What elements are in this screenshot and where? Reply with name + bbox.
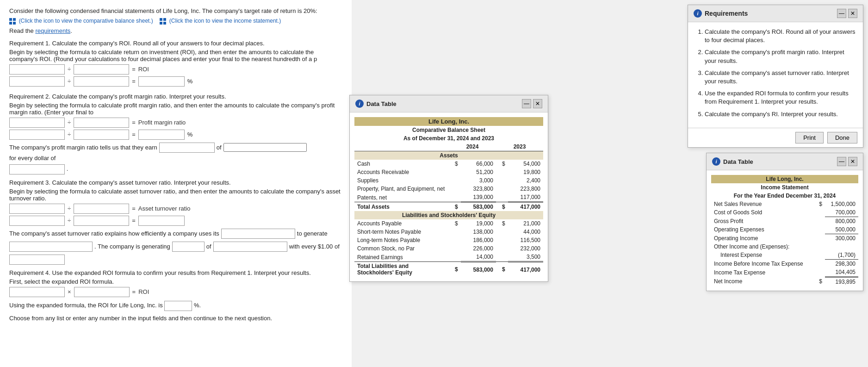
income-panel-controls: — ✕	[837, 157, 857, 166]
req3-sentence-input2[interactable]	[9, 242, 93, 252]
svg-rect-4	[160, 18, 162, 21]
req2-result[interactable]	[138, 130, 185, 140]
req2-result-label: Profit margin ratio	[138, 119, 186, 126]
req2-sentence-input3[interactable]	[9, 164, 65, 174]
table-row: Other Income and (Expenses):	[711, 243, 858, 251]
req2-sentence-input2[interactable]	[223, 143, 307, 152]
print-button[interactable]: Print	[795, 132, 824, 143]
bs-info-icon: i	[355, 100, 364, 108]
balance-sheet-link[interactable]: (Click the icon to view the comparative …	[19, 18, 153, 24]
req4-instruction: First, select the expanded ROI formula.	[9, 278, 342, 285]
svg-rect-6	[160, 22, 162, 25]
done-button[interactable]: Done	[827, 132, 857, 143]
req3-sentence1: The company's asset turnover ratio expla…	[9, 229, 342, 239]
req1-text: Calculate the company's ROI. Round all o…	[52, 40, 265, 47]
req3-input3[interactable]	[9, 216, 65, 226]
req2-formula-row2: ÷ = %	[9, 130, 342, 140]
bs-year1: 2024	[449, 143, 496, 151]
req3-text: Calculate the company's asset turnover r…	[52, 179, 231, 186]
req4-result-label: ROI	[138, 288, 149, 295]
table-row: Property, Plant, and Equipment, net 323,…	[354, 185, 543, 193]
requirement-item-3: Calculate the company's asset turnover r…	[705, 69, 856, 86]
req1-result[interactable]	[138, 76, 185, 87]
req4-header: Requirement 4. Use the expanded ROI form…	[9, 269, 342, 276]
income-close-button[interactable]: ✕	[848, 157, 857, 166]
req3-input1[interactable]	[9, 204, 65, 214]
minimize-button[interactable]: —	[837, 9, 846, 18]
req3-input2[interactable]	[74, 204, 129, 214]
table-row: Accounts Payable $19,000 $21,000	[354, 219, 543, 228]
req2-sentence-input1[interactable]	[159, 143, 215, 153]
req1-input1[interactable]	[9, 64, 65, 75]
bs-minimize-button[interactable]: —	[522, 99, 531, 108]
req1-header: Requirement 1. Calculate the company's R…	[9, 40, 342, 47]
req1-input2[interactable]	[74, 64, 129, 75]
req2-input1[interactable]	[9, 118, 65, 128]
table-row: Patents, net 139,000 117,000	[354, 193, 543, 202]
intro-sentence: Consider the following condensed financi…	[9, 7, 317, 14]
income-info-icon: i	[712, 157, 720, 166]
req-panel-body: Calculate the company's ROI. Round all o…	[688, 22, 863, 128]
svg-rect-7	[163, 22, 166, 25]
bs-total-assets-row: Total Assets $583,000 $417,000	[354, 202, 543, 211]
req3-formula-row2: ÷ =	[9, 216, 342, 226]
svg-rect-0	[9, 18, 12, 21]
req2-input3[interactable]	[9, 130, 65, 140]
table-row: Cash $66,000 $54,000	[354, 160, 543, 168]
svg-rect-5	[163, 18, 166, 21]
req1-input4[interactable]	[74, 76, 129, 87]
req3-sentence-input4[interactable]	[213, 242, 287, 252]
requirements-panel: i Requirements — ✕ Calculate the company…	[688, 5, 863, 148]
req2-text: Calculate the company's profit margin ra…	[52, 93, 226, 100]
req1-formula-row2: ÷ = %	[9, 76, 342, 87]
req4-formula-row: × = ROI	[9, 287, 342, 297]
bs-total-row: Total Liabilities and Stockholders' Equi…	[354, 262, 543, 277]
table-row: Accounts Receivable 51,200 19,800	[354, 168, 543, 176]
req1-result-label: ROI	[138, 66, 149, 73]
main-content: Consider the following condensed financi…	[0, 0, 352, 367]
table-row: Supplies 3,000 2,400	[354, 176, 543, 185]
req2-header: Requirement 2. Calculate the company's p…	[9, 93, 342, 100]
bs-liabilities-header: Liabilities and Stockholders' Equity	[354, 211, 543, 219]
income-stmt-link[interactable]: (Click the icon to view the income state…	[169, 18, 281, 24]
req4-input1[interactable]	[9, 287, 65, 297]
req2-sentence: The company's profit margin ratio tells …	[9, 143, 342, 162]
req4-input2[interactable]	[74, 287, 130, 297]
income-stmt-icon[interactable]	[160, 18, 166, 25]
requirements-link[interactable]: requirements	[35, 27, 70, 34]
income-statement-panel: i Data Table — ✕ Life Long, Inc. Income …	[706, 153, 863, 291]
income-panel-title: i Data Table	[712, 157, 753, 166]
req1-input3[interactable]	[9, 76, 65, 87]
bs-close-button[interactable]: ✕	[533, 99, 542, 108]
requirement-item-4: Use the expanded ROI formula to confirm …	[705, 89, 856, 106]
read-line: Read the requirements.	[9, 27, 342, 34]
req3-input4[interactable]	[74, 216, 129, 226]
info-icon: i	[694, 9, 702, 18]
balance-sheet-icon[interactable]	[9, 18, 16, 25]
req2-input4[interactable]	[74, 130, 129, 140]
balance-sheet-panel: i Data Table — ✕ Life Long, Inc. Compara…	[349, 95, 548, 282]
req3-sentence-input5[interactable]	[9, 255, 65, 265]
req3-formula-row1: ÷ = Asset turnover ratio	[9, 204, 342, 214]
req3-result-label: Asset turnover ratio	[138, 205, 191, 212]
income-minimize-button[interactable]: —	[837, 157, 846, 166]
table-row: Common Stock, no Par 226,000 232,000	[354, 244, 543, 253]
table-row: Operating Expenses 500,000	[711, 225, 858, 234]
bs-statement: Comparative Balance Sheet	[354, 126, 543, 134]
req2-input2[interactable]	[74, 118, 129, 128]
req4-result-input[interactable]	[164, 301, 192, 311]
req3-result[interactable]	[138, 216, 185, 226]
req3-sentence-input1[interactable]	[221, 229, 295, 239]
table-row: Retained Earnings 14,000 3,500	[354, 253, 543, 262]
table-row: Gross Profit 800,000	[711, 217, 858, 226]
req-panel-footer: Print Done	[688, 128, 863, 147]
close-button[interactable]: ✕	[848, 9, 857, 18]
bs-period: As of December 31, 2024 and 2023	[354, 134, 543, 143]
table-row: Net Income $ 193,895	[711, 277, 858, 286]
requirement-item-1: Calculate the company's ROI. Round all o…	[705, 28, 856, 44]
bs-assets-header: Assets	[354, 151, 543, 160]
req4-text: Use the expanded ROI formula to confirm …	[52, 269, 311, 276]
req3-sentence-input3[interactable]	[172, 242, 205, 252]
table-row: Income Before Income Tax Expense 298,300	[711, 260, 858, 268]
table-row: Operating Income 300,000	[711, 234, 858, 243]
